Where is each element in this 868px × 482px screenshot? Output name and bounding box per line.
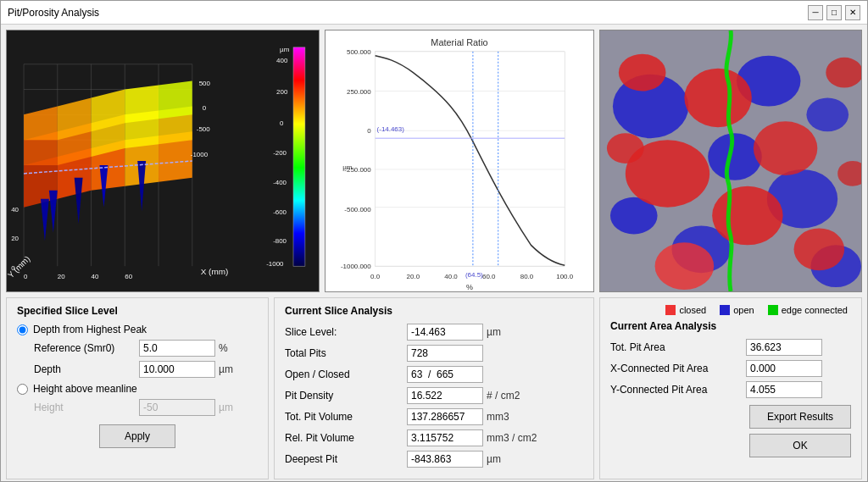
rel-pit-volume-row: Rel. Pit Volume mm3 / cm2 (285, 429, 583, 446)
reference-row: Reference (Smr0) % (34, 340, 258, 357)
depth-row: Depth µm (34, 361, 258, 378)
svg-text:µm: µm (342, 163, 353, 171)
svg-rect-57 (376, 52, 565, 266)
closed-swatch (665, 305, 676, 315)
svg-text:60: 60 (125, 273, 132, 280)
panel-slice-level: Specified Slice Level Depth from Highest… (6, 297, 269, 479)
svg-text:-1000.000: -1000.000 (341, 263, 371, 270)
open-swatch (720, 305, 730, 315)
depth-from-peak-label[interactable]: Depth from Highest Peak (33, 324, 147, 335)
svg-point-98 (655, 242, 715, 290)
slice-level-label: Slice Level: (285, 326, 403, 338)
slice-level-value[interactable] (407, 324, 483, 341)
ok-button[interactable]: OK (749, 434, 851, 457)
apply-button[interactable]: Apply (99, 424, 175, 448)
tot-pit-volume-row: Tot. Pit Volume mm3 (285, 408, 583, 425)
svg-text:40.0: 40.0 (444, 273, 458, 280)
legend-row: closed open edge connected (610, 305, 851, 315)
depth-from-peak-radio-row: Depth from Highest Peak (17, 324, 258, 335)
action-buttons: Export Results OK (610, 405, 851, 463)
top-panels: X (mm) Y (mm) 0 20 40 60 0 20 40 0 500 (6, 30, 862, 292)
svg-point-99 (794, 228, 845, 270)
svg-text:200: 200 (276, 88, 288, 96)
rel-pit-volume-value[interactable] (407, 429, 483, 446)
svg-point-96 (826, 58, 861, 88)
svg-text:250.000: 250.000 (347, 88, 371, 96)
svg-text:100.0: 100.0 (556, 273, 573, 280)
deepest-pit-row: Deepest Pit µm (285, 451, 583, 468)
svg-text:500.000: 500.000 (347, 48, 371, 56)
svg-marker-26 (159, 81, 192, 119)
svg-text:0: 0 (203, 104, 207, 112)
height-above-meanline-radio[interactable] (17, 384, 28, 395)
legend-edge-label: edge connected (782, 305, 848, 315)
window-controls: ─ □ ✕ (808, 5, 860, 20)
svg-text:-800: -800 (273, 237, 287, 245)
depth-input[interactable] (139, 361, 215, 378)
close-button[interactable]: ✕ (845, 5, 860, 20)
tot-pit-area-value[interactable] (746, 339, 822, 356)
svg-rect-45 (293, 47, 305, 266)
svg-point-89 (806, 97, 849, 131)
bottom-panels: Specified Slice Level Depth from Highest… (6, 297, 862, 479)
y-connected-row: Y-Connected Pit Area (610, 381, 851, 398)
total-pits-value[interactable] (407, 345, 483, 362)
svg-text:µm: µm (280, 46, 290, 53)
svg-point-95 (619, 54, 666, 91)
open-closed-value[interactable] (407, 366, 483, 383)
pit-density-value[interactable] (407, 387, 483, 404)
svg-text:0: 0 (24, 273, 28, 280)
svg-text:60.0: 60.0 (482, 273, 496, 280)
content-area: X (mm) Y (mm) 0 20 40 60 0 20 40 0 500 (1, 25, 867, 481)
y-connected-value[interactable] (746, 381, 822, 398)
deepest-pit-unit: µm (487, 453, 533, 465)
open-closed-label: Open / Closed (285, 368, 403, 380)
y-connected-label: Y-Connected Pit Area (610, 384, 746, 396)
minimize-button[interactable]: ─ (808, 5, 823, 20)
total-pits-row: Total Pits (285, 345, 583, 362)
tot-pit-area-row: Tot. Pit Area (610, 339, 851, 356)
tot-pit-volume-value[interactable] (407, 408, 483, 425)
depth-label: Depth (34, 363, 136, 375)
svg-marker-25 (125, 86, 159, 124)
material-ratio-svg: Material Ratio 500.000 250.000 0 -250.00… (326, 30, 593, 291)
svg-text:40: 40 (92, 273, 99, 280)
svg-text:40: 40 (11, 206, 19, 213)
svg-text:80.0: 80.0 (520, 273, 534, 280)
x-connected-value[interactable] (746, 360, 822, 377)
height-unit: µm (219, 402, 265, 413)
svg-text:-200: -200 (273, 149, 287, 157)
reference-label: Reference (Smr0) (34, 342, 136, 354)
reference-input[interactable] (139, 340, 215, 357)
panel-current-slice: Current Slice Analysis Slice Level: µm T… (274, 297, 594, 479)
tot-pit-area-label: Tot. Pit Area (610, 341, 746, 353)
height-above-meanline-radio-row: Height above meanline (17, 383, 258, 395)
reference-unit: % (219, 342, 265, 354)
tot-pit-volume-label: Tot. Pit Volume (285, 411, 403, 423)
svg-text:(64.5): (64.5) (465, 271, 483, 279)
svg-text:-500: -500 (197, 125, 210, 133)
deepest-pit-label: Deepest Pit (285, 453, 403, 465)
svg-point-86 (708, 133, 762, 180)
svg-point-94 (754, 121, 818, 175)
svg-text:0: 0 (280, 119, 284, 127)
export-results-button[interactable]: Export Results (749, 405, 851, 429)
open-closed-row: Open / Closed (285, 366, 583, 383)
chart-title: Material Ratio (431, 37, 487, 47)
depth-from-peak-radio[interactable] (17, 324, 28, 335)
x-connected-label: X-Connected Pit Area (610, 363, 746, 374)
height-above-meanline-label[interactable]: Height above meanline (33, 383, 137, 395)
svg-text:500: 500 (199, 80, 211, 87)
rel-pit-volume-label: Rel. Pit Volume (285, 432, 403, 444)
deepest-pit-value[interactable] (407, 451, 483, 468)
maximize-button[interactable]: □ (826, 5, 842, 20)
area-analysis-title: Current Area Analysis (610, 320, 851, 332)
main-window: Pit/Porosity Analysis ─ □ ✕ (0, 0, 868, 482)
svg-point-101 (607, 133, 644, 163)
surface-container: X (mm) Y (mm) 0 20 40 60 0 20 40 0 500 (7, 30, 319, 291)
height-input[interactable] (139, 399, 215, 416)
svg-text:-400: -400 (273, 179, 287, 186)
panel-area-analysis: closed open edge connected Current Area … (599, 297, 862, 479)
panel-3d-surface: X (mm) Y (mm) 0 20 40 60 0 20 40 0 500 (6, 30, 320, 292)
surface-svg: X (mm) Y (mm) 0 20 40 60 0 20 40 0 500 (7, 30, 319, 291)
